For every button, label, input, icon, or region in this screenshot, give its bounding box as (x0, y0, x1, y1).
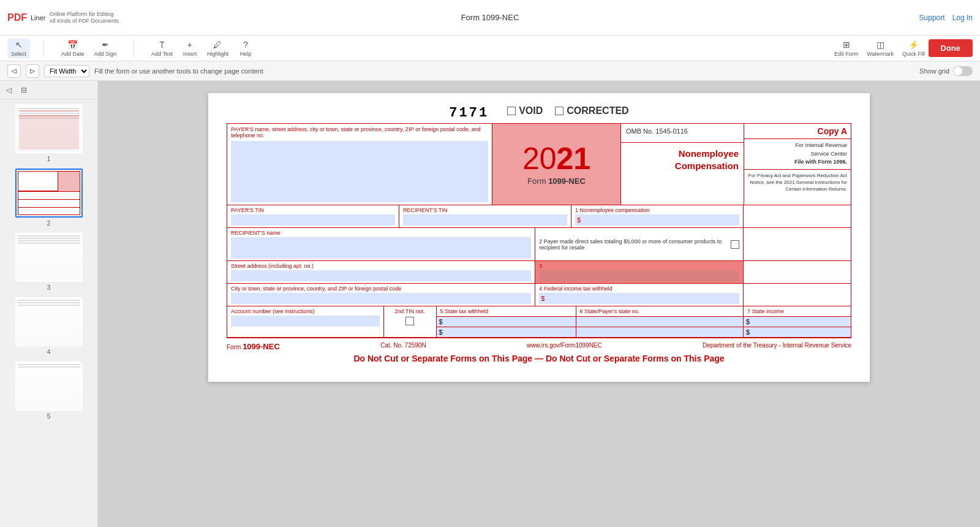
add-sign-tool[interactable]: ✒ Add Sign (91, 39, 121, 58)
void-corrected-area: VOID CORRECTED (507, 105, 628, 116)
show-grid-label: Show grid (919, 67, 949, 75)
payer-section: PAYER'S name, street address, city or to… (227, 124, 492, 205)
field6-label: 6 State/Payer's state no. (580, 308, 640, 314)
year-thin: 20 (522, 142, 557, 176)
back-nav-btn[interactable]: ◁ (7, 64, 21, 78)
city-cell: City or town, state or province, country… (227, 284, 535, 306)
thumbnail-view-btn[interactable]: ⊟ (17, 83, 31, 97)
recipient-name-cell: RECIPIENT'S name (227, 228, 535, 260)
do-not-cut: Do Not Cut or Separate Forms on This Pag… (227, 354, 851, 363)
form-top-section: PAYER'S name, street address, city or to… (227, 124, 851, 205)
recipient-name-label: RECIPIENT'S name (231, 230, 531, 236)
form-name-display: Form 1099-NEC (527, 176, 586, 186)
watermark-btn[interactable]: ◫ Watermark (867, 40, 894, 57)
page-thumb-2[interactable]: 2 (5, 169, 92, 227)
separator-2 (134, 40, 134, 57)
edit-form-btn[interactable]: ⊞ Edit Form (834, 40, 858, 57)
login-link[interactable]: Log In (952, 13, 973, 22)
footer-dept: Department of the Treasury - Internal Re… (703, 342, 851, 351)
sidebar-collapse-btn[interactable]: ◁ (6, 86, 12, 94)
tin2-checkbox[interactable] (405, 317, 414, 325)
year-block: 2021 Form 1099-NEC (492, 124, 621, 205)
logo-liner: Liner (31, 14, 45, 21)
thumb-lines-4 (18, 300, 80, 344)
show-grid-area: Show grid (919, 66, 973, 76)
city-input[interactable] (231, 293, 531, 304)
help-tool[interactable]: ? Help (235, 39, 257, 58)
support-link[interactable]: Support (919, 13, 945, 22)
sidebar-toggle: ◁ ⊟ (0, 81, 97, 99)
field5-col: 5 State tax withheld $ $ (437, 306, 576, 337)
street-input[interactable] (231, 270, 531, 281)
page-label-5: 5 (47, 413, 51, 420)
thumb-payer-2 (18, 172, 58, 191)
done-button[interactable]: Done (929, 39, 973, 57)
field6-col: 6 State/Payer's state no. (576, 306, 744, 337)
pdf-document: 7171 VOID CORRECTED (208, 93, 870, 382)
page-thumb-3[interactable]: 3 (5, 233, 92, 291)
field5-dollar-1: $ (439, 318, 443, 325)
year-bold: 21 (557, 142, 591, 176)
field1-input-area[interactable]: $ (575, 214, 739, 226)
select-tool[interactable]: ↖ Select (7, 39, 30, 58)
thumb-form-border-2 (18, 171, 80, 215)
payer-input-area[interactable] (231, 141, 488, 202)
recipient-tin-input[interactable] (403, 214, 567, 226)
text-icon: T (159, 40, 165, 50)
field3-input[interactable] (539, 270, 739, 281)
field5-input1[interactable]: $ (437, 317, 576, 327)
thumb-form-1 (19, 115, 79, 150)
field4-input-area[interactable]: $ (539, 293, 739, 304)
field7-input2[interactable]: $ (744, 327, 851, 337)
secondary-toolbar: ◁ ▷ Fit Width 50% 75% 100% 125% Fill the… (0, 61, 980, 81)
recipient-row: RECIPIENT'S name 2 Payer made direct sal… (227, 228, 851, 261)
field5-input2[interactable]: $ (437, 327, 576, 337)
zoom-select[interactable]: Fit Width 50% 75% 100% 125% (44, 65, 89, 77)
account-tin2-row: Account number (see instructions) 2nd TI… (227, 306, 436, 337)
city-field4-row: City or town, state or province, country… (227, 284, 851, 306)
barcode-area: 7171 (449, 105, 489, 121)
page-thumb-5[interactable]: 5 (5, 362, 92, 420)
footer-form-label: Form (227, 344, 241, 351)
field1-cell: 1 Nonemployee compensation $ (571, 205, 744, 227)
copy-a-header: Copy A (744, 124, 851, 139)
main-layout: ◁ ⊟ (0, 81, 980, 527)
payer-label: PAYER'S name, street address, city or to… (231, 126, 481, 138)
forward-nav-btn[interactable]: ▷ (26, 64, 39, 78)
omb-nonemployee-section: OMB No. 1545-0116 Nonemployee Compensati… (621, 124, 744, 205)
highlight-tool[interactable]: 🖊 Highlight (203, 39, 232, 58)
logo-area: PDF Liner Online Platform for Editing Al… (7, 11, 119, 25)
insert-icon: + (187, 40, 192, 50)
nonemployee-area: Nonemployee Compensation (621, 143, 744, 205)
page-thumb-img-3 (15, 233, 83, 282)
page-thumb-4[interactable]: 4 (5, 297, 92, 355)
show-grid-toggle[interactable] (953, 66, 973, 76)
add-date-tool[interactable]: 📅 Add Date (58, 39, 88, 58)
edit-form-icon: ⊞ (843, 40, 850, 50)
payer-tin-input[interactable] (231, 214, 395, 226)
page-label-1: 1 (47, 156, 51, 162)
field2-checkbox[interactable] (731, 240, 739, 249)
page-thumb-1[interactable]: 1 (5, 104, 92, 162)
omb-number: OMB No. 1545-0116 (626, 127, 739, 135)
tin2-label: 2nd TIN not. (388, 308, 432, 314)
page-label-3: 3 (47, 284, 51, 291)
account-label: Account number (see instructions) (231, 308, 380, 314)
page-label-2: 2 (47, 220, 51, 227)
account-input[interactable] (231, 316, 380, 327)
void-checkbox[interactable] (507, 107, 516, 115)
corrected-checkbox[interactable] (555, 107, 564, 115)
quick-fill-icon: ⚡ (908, 40, 919, 50)
tool-select-group: ↖ Select (7, 39, 30, 58)
thumb-fields-2 (18, 191, 80, 215)
add-text-tool[interactable]: T Add Text (148, 39, 176, 58)
quick-fill-btn[interactable]: ⚡ Quick Fill (902, 40, 925, 57)
field7-input1[interactable]: $ (744, 317, 851, 327)
field6-input1[interactable] (576, 317, 743, 327)
copy-a-right-spacer (744, 205, 851, 227)
calendar-icon: 📅 (67, 40, 78, 50)
field6-input2[interactable] (576, 327, 743, 337)
insert-tool[interactable]: + Insert (179, 39, 201, 58)
void-checkbox-label: VOID (507, 105, 543, 116)
recipient-name-input[interactable] (231, 237, 531, 259)
